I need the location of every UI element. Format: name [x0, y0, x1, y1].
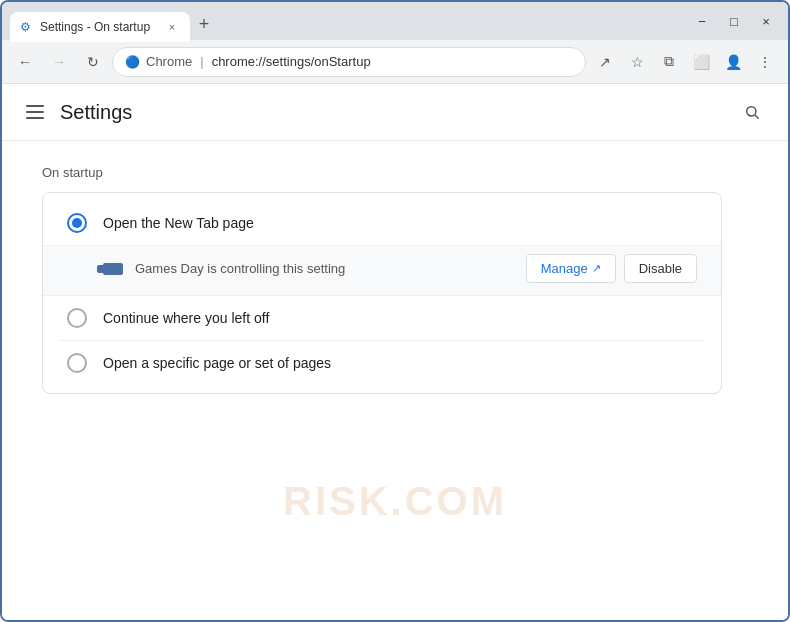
maximize-button[interactable]: □ — [720, 7, 748, 35]
settings-header-left: Settings — [22, 101, 132, 124]
extension-notice-text: Games Day is controlling this setting — [135, 261, 514, 276]
share-button[interactable]: ↗ — [590, 47, 620, 77]
settings-content: On startup Open the New Tab page Games D… — [2, 141, 788, 418]
radio-new-tab[interactable] — [67, 213, 87, 233]
window-controls: − □ × — [688, 7, 780, 35]
extensions-button[interactable]: ⧉ — [654, 47, 684, 77]
option-continue-label: Continue where you left off — [103, 310, 269, 326]
extension-icon — [103, 263, 123, 275]
tab-close-button[interactable]: × — [164, 19, 180, 35]
watermark-bottom: RISK.COM — [283, 479, 507, 524]
settings-page: PC RISK.COM Settings On startup — [2, 84, 788, 620]
disable-extension-button[interactable]: Disable — [624, 254, 697, 283]
minimize-button[interactable]: − — [688, 7, 716, 35]
back-button[interactable]: ← — [10, 47, 40, 77]
startup-options-card: Open the New Tab page Games Day is contr… — [42, 192, 722, 394]
settings-page-title: Settings — [60, 101, 132, 124]
profile-button[interactable]: 👤 — [718, 47, 748, 77]
radio-specific-pages[interactable] — [67, 353, 87, 373]
tab-title: Settings - On startup — [40, 20, 158, 34]
extension-notice: Games Day is controlling this setting Ma… — [43, 245, 721, 296]
search-icon — [744, 104, 760, 120]
option-continue[interactable]: Continue where you left off — [43, 296, 721, 340]
svg-line-1 — [755, 115, 759, 119]
radio-continue[interactable] — [67, 308, 87, 328]
settings-header: Settings — [2, 84, 788, 141]
hamburger-line-3 — [26, 117, 44, 119]
disable-label: Disable — [639, 261, 682, 276]
settings-search-button[interactable] — [736, 96, 768, 128]
manage-label: Manage — [541, 261, 588, 276]
new-tab-button[interactable]: + — [190, 10, 218, 38]
svg-point-0 — [747, 107, 756, 116]
forward-button[interactable]: → — [44, 47, 74, 77]
address-bar[interactable]: 🔵 Chrome | chrome://settings/onStartup — [112, 47, 586, 77]
sidebar-button[interactable]: ⬜ — [686, 47, 716, 77]
option-new-tab-label: Open the New Tab page — [103, 215, 254, 231]
tab-area: ⚙ Settings - On startup × + — [10, 2, 682, 40]
browser-label: Chrome — [146, 54, 192, 69]
title-bar: ⚙ Settings - On startup × + − □ × — [2, 2, 788, 40]
browser-window: ⚙ Settings - On startup × + − □ × ← → ↻ … — [0, 0, 790, 622]
nav-bar: ← → ↻ 🔵 Chrome | chrome://settings/onSta… — [2, 40, 788, 84]
hamburger-line-2 — [26, 111, 44, 113]
manage-extension-button[interactable]: Manage ↗ — [526, 254, 616, 283]
security-icon: 🔵 — [125, 55, 140, 69]
tab-favicon: ⚙ — [20, 20, 34, 34]
active-tab[interactable]: ⚙ Settings - On startup × — [10, 12, 190, 42]
extension-notice-actions: Manage ↗ Disable — [526, 254, 697, 283]
refresh-button[interactable]: ↻ — [78, 47, 108, 77]
option-specific-pages[interactable]: Open a specific page or set of pages — [43, 341, 721, 385]
hamburger-menu-button[interactable] — [22, 101, 48, 123]
bookmark-button[interactable]: ☆ — [622, 47, 652, 77]
external-link-icon: ↗ — [592, 262, 601, 275]
nav-actions: ↗ ☆ ⧉ ⬜ 👤 ⋮ — [590, 47, 780, 77]
option-specific-pages-label: Open a specific page or set of pages — [103, 355, 331, 371]
chrome-menu-button[interactable]: ⋮ — [750, 47, 780, 77]
hamburger-line-1 — [26, 105, 44, 107]
option-new-tab[interactable]: Open the New Tab page — [43, 201, 721, 245]
address-separator: | — [200, 54, 203, 69]
url-text: chrome://settings/onStartup — [212, 54, 371, 69]
close-window-button[interactable]: × — [752, 7, 780, 35]
section-label: On startup — [42, 165, 748, 180]
